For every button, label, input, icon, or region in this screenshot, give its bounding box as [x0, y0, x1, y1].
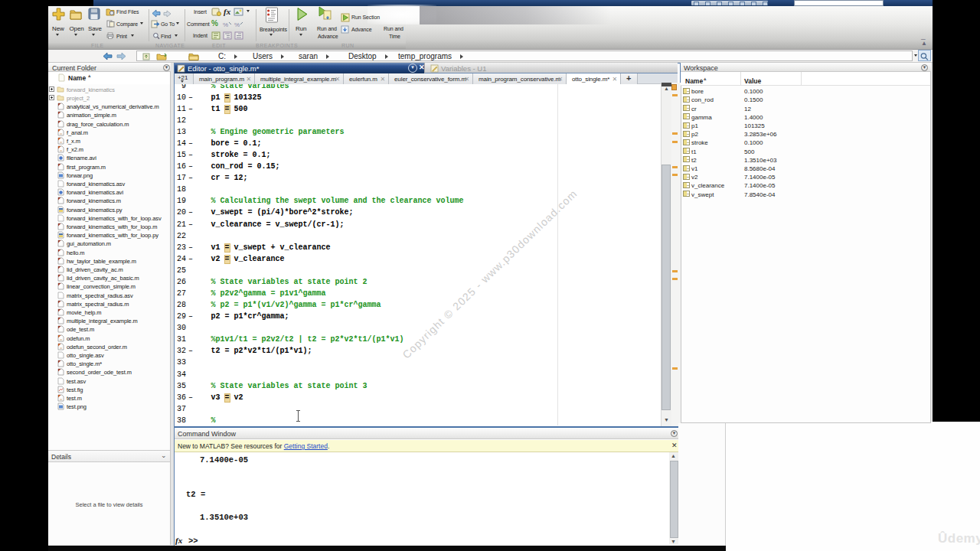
- svg-text:%: %: [223, 21, 228, 28]
- svg-text:%: %: [234, 21, 240, 28]
